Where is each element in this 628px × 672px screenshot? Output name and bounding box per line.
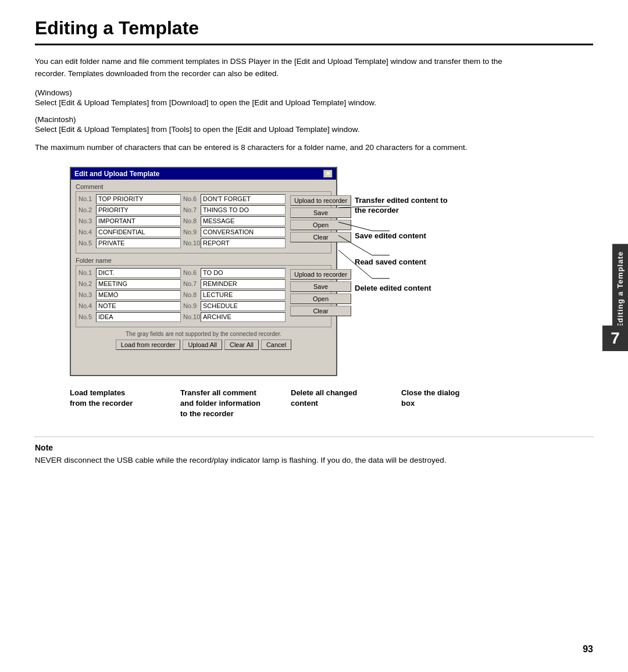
comment-input[interactable]	[201, 216, 286, 226]
folder-row: No.2	[78, 279, 181, 289]
comment-clear-button[interactable]: Clear	[290, 232, 351, 242]
folder-section-label: Folder name	[76, 257, 331, 264]
folder-row: No.4	[78, 301, 181, 311]
bottom-annotations: Load templates from the recorder Transfe…	[35, 388, 593, 420]
folder-input[interactable]	[96, 312, 181, 322]
annotation-transfer: Transfer edited content to the recorder	[355, 196, 448, 216]
side-tab-label: Editing a Template	[612, 244, 628, 335]
row-label: No.6	[183, 269, 199, 276]
dialog-area: Edit and Upload Template ✕ Comment No.1N…	[35, 167, 593, 376]
row-label: No.2	[78, 206, 95, 213]
max-chars-text: The maximum number of characters that ca…	[35, 142, 535, 154]
comment-input[interactable]	[201, 227, 286, 237]
folder-save-button[interactable]: Save	[290, 281, 351, 292]
comment-right-col: No.6No.7No.8No.9No.10	[183, 194, 286, 249]
cancel-button[interactable]: Cancel	[261, 339, 291, 350]
comment-left-col: No.1No.2No.3No.4No.5	[78, 194, 181, 249]
folder-open-button[interactable]: Open	[290, 294, 351, 304]
row-label: No.1	[78, 269, 95, 276]
folder-input[interactable]	[96, 290, 181, 300]
note-section: Note NEVER disconnect the USB cable whil…	[35, 443, 535, 467]
row-label: No.10	[183, 240, 199, 246]
windows-section: (Windows) Select [Edit & Upload Template…	[35, 88, 535, 109]
folder-input[interactable]	[96, 268, 181, 278]
ann-load-templates: Load templates from the recorder	[70, 388, 180, 420]
comment-row: No.8	[183, 216, 286, 226]
comment-input[interactable]	[201, 238, 286, 248]
row-label: No.5	[78, 313, 95, 320]
comment-row: No.1	[78, 194, 181, 204]
row-label: No.8	[183, 291, 199, 298]
row-label: No.5	[78, 240, 95, 246]
comment-input[interactable]	[96, 238, 181, 248]
clear-all-button[interactable]: Clear All	[224, 339, 259, 350]
folder-row: No.10	[183, 312, 286, 322]
load-from-recorder-button[interactable]: Load from recorder	[116, 339, 181, 350]
folder-input[interactable]	[201, 312, 286, 322]
ann-clear-all: Delete all changed content	[291, 388, 401, 420]
row-label: No.7	[183, 280, 199, 287]
row-label: No.7	[183, 206, 199, 213]
comment-row: No.5	[78, 238, 181, 248]
folder-right-col: No.6No.7No.8No.9No.10	[183, 268, 286, 323]
right-annotations: Transfer edited content to the recorder …	[355, 196, 448, 304]
comment-upload-to-recorder-button[interactable]: Upload to recorder	[290, 195, 351, 206]
comment-buttons: Upload to recorderSaveOpenClear	[290, 194, 351, 249]
comment-row: No.3	[78, 216, 181, 226]
row-label: No.9	[183, 228, 199, 235]
folder-row: No.5	[78, 312, 181, 322]
bottom-buttons-row: Load from recorderUpload AllClear AllCan…	[76, 339, 331, 350]
comment-row: No.6	[183, 194, 286, 204]
folder-row: No.1	[78, 268, 181, 278]
comment-row: No.4	[78, 227, 181, 237]
folder-row: No.3	[78, 290, 181, 300]
comment-row: No.7	[183, 205, 286, 215]
note-rule	[35, 437, 593, 437]
comment-save-button[interactable]: Save	[290, 208, 351, 218]
dialog-close-button[interactable]: ✕	[323, 170, 333, 178]
folder-input[interactable]	[201, 279, 286, 289]
folder-section: No.1No.2No.3No.4No.5 No.6No.7No.8No.9No.…	[76, 265, 331, 327]
row-label: No.2	[78, 280, 95, 287]
ann-upload-all: Transfer all comment and folder informat…	[180, 388, 291, 420]
row-label: No.1	[78, 195, 95, 202]
folder-upload-to-recorder-button[interactable]: Upload to recorder	[290, 269, 351, 280]
note-title: Note	[35, 443, 535, 452]
dialog-title: Edit and Upload Template	[74, 170, 159, 178]
folder-left-col: No.1No.2No.3No.4No.5	[78, 268, 181, 323]
folder-input[interactable]	[201, 268, 286, 278]
folder-input[interactable]	[201, 301, 286, 311]
row-label: No.4	[78, 302, 95, 309]
title-divider	[35, 44, 593, 45]
row-label: No.6	[183, 195, 199, 202]
folder-input[interactable]	[201, 290, 286, 300]
comment-section: No.1No.2No.3No.4No.5 No.6No.7No.8No.9No.…	[76, 191, 331, 253]
row-label: No.3	[78, 217, 95, 224]
ann-cancel: Close the dialog box	[401, 388, 512, 420]
comment-section-label: Comment	[76, 183, 331, 190]
folder-clear-button[interactable]: Clear	[290, 306, 351, 316]
row-label: No.4	[78, 228, 95, 235]
comment-input[interactable]	[201, 194, 286, 204]
comment-input[interactable]	[96, 227, 181, 237]
comment-input[interactable]	[201, 205, 286, 215]
comment-input[interactable]	[96, 205, 181, 215]
windows-label: (Windows)	[35, 88, 535, 97]
folder-input[interactable]	[96, 301, 181, 311]
comment-input[interactable]	[96, 194, 181, 204]
dialog-titlebar: Edit and Upload Template ✕	[71, 168, 336, 180]
folder-input[interactable]	[96, 279, 181, 289]
folder-row: No.6	[183, 268, 286, 278]
mac-desc: Select [Edit & Upload Templates] from [T…	[35, 124, 535, 136]
upload-all-button[interactable]: Upload All	[183, 339, 222, 350]
comment-row: No.2	[78, 205, 181, 215]
comment-open-button[interactable]: Open	[290, 220, 351, 230]
folder-buttons: Upload to recorderSaveOpenClear	[290, 268, 351, 323]
page-title: Editing a Template	[35, 17, 593, 39]
dialog-window: Edit and Upload Template ✕ Comment No.1N…	[70, 167, 337, 376]
folder-row: No.7	[183, 279, 286, 289]
row-label: No.8	[183, 217, 199, 224]
page-number: 93	[583, 644, 593, 655]
folder-row: No.9	[183, 301, 286, 311]
comment-input[interactable]	[96, 216, 181, 226]
